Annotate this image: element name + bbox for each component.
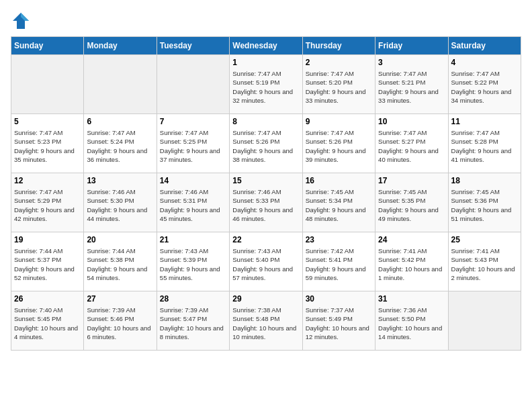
day-number: 30 — [306, 294, 372, 304]
calendar-cell: 16Sunrise: 7:45 AM Sunset: 5:34 PM Dayli… — [302, 173, 375, 232]
day-info: Sunrise: 7:41 AM Sunset: 5:43 PM Dayligh… — [451, 246, 518, 282]
day-info: Sunrise: 7:39 AM Sunset: 5:47 PM Dayligh… — [160, 306, 226, 341]
week-row-2: 5Sunrise: 7:47 AM Sunset: 5:23 PM Daylig… — [11, 114, 521, 173]
day-number: 3 — [378, 58, 445, 67]
day-number: 6 — [87, 117, 153, 126]
day-info: Sunrise: 7:42 AM Sunset: 5:41 PM Dayligh… — [306, 246, 372, 282]
calendar-cell — [448, 291, 521, 351]
day-info: Sunrise: 7:45 AM Sunset: 5:35 PM Dayligh… — [378, 187, 445, 223]
calendar-cell: 24Sunrise: 7:41 AM Sunset: 5:42 PM Dayli… — [375, 232, 448, 291]
calendar-cell: 25Sunrise: 7:41 AM Sunset: 5:43 PM Dayli… — [448, 232, 521, 291]
day-info: Sunrise: 7:45 AM Sunset: 5:36 PM Dayligh… — [451, 187, 518, 223]
day-info: Sunrise: 7:47 AM Sunset: 5:20 PM Dayligh… — [306, 69, 372, 105]
day-number: 15 — [232, 176, 299, 185]
calendar-cell: 2Sunrise: 7:47 AM Sunset: 5:20 PM Daylig… — [302, 55, 375, 114]
logo-icon — [11, 11, 31, 31]
day-info: Sunrise: 7:47 AM Sunset: 5:23 PM Dayligh… — [14, 128, 81, 164]
day-info: Sunrise: 7:47 AM Sunset: 5:27 PM Dayligh… — [378, 128, 445, 164]
day-number: 7 — [160, 117, 226, 126]
calendar-cell: 31Sunrise: 7:36 AM Sunset: 5:50 PM Dayli… — [375, 291, 448, 351]
day-number: 31 — [378, 294, 445, 304]
day-number: 14 — [160, 176, 226, 185]
day-number: 28 — [160, 294, 226, 304]
day-info: Sunrise: 7:47 AM Sunset: 5:26 PM Dayligh… — [232, 128, 299, 164]
calendar-cell: 5Sunrise: 7:47 AM Sunset: 5:23 PM Daylig… — [11, 114, 84, 173]
logo — [11, 11, 32, 31]
col-header-thursday: Thursday — [302, 37, 375, 55]
day-info: Sunrise: 7:47 AM Sunset: 5:28 PM Dayligh… — [451, 128, 518, 164]
day-info: Sunrise: 7:47 AM Sunset: 5:21 PM Dayligh… — [378, 69, 445, 105]
day-info: Sunrise: 7:47 AM Sunset: 5:25 PM Dayligh… — [160, 128, 226, 164]
calendar-cell: 6Sunrise: 7:47 AM Sunset: 5:24 PM Daylig… — [84, 114, 157, 173]
calendar-cell: 12Sunrise: 7:47 AM Sunset: 5:29 PM Dayli… — [11, 173, 84, 232]
page-header — [11, 11, 521, 31]
day-info: Sunrise: 7:41 AM Sunset: 5:42 PM Dayligh… — [378, 246, 445, 282]
day-info: Sunrise: 7:43 AM Sunset: 5:40 PM Dayligh… — [232, 246, 299, 282]
day-number: 27 — [87, 294, 153, 304]
calendar-cell — [84, 55, 157, 114]
day-number: 23 — [306, 235, 372, 244]
calendar-cell: 22Sunrise: 7:43 AM Sunset: 5:40 PM Dayli… — [230, 232, 302, 291]
calendar-cell: 26Sunrise: 7:40 AM Sunset: 5:45 PM Dayli… — [11, 291, 84, 351]
calendar-cell: 15Sunrise: 7:46 AM Sunset: 5:33 PM Dayli… — [230, 173, 302, 232]
calendar-cell: 19Sunrise: 7:44 AM Sunset: 5:37 PM Dayli… — [11, 232, 84, 291]
calendar-cell: 14Sunrise: 7:46 AM Sunset: 5:31 PM Dayli… — [157, 173, 229, 232]
day-info: Sunrise: 7:47 AM Sunset: 5:22 PM Dayligh… — [451, 69, 518, 105]
day-number: 10 — [378, 117, 445, 126]
week-row-4: 19Sunrise: 7:44 AM Sunset: 5:37 PM Dayli… — [11, 232, 521, 291]
day-info: Sunrise: 7:36 AM Sunset: 5:50 PM Dayligh… — [378, 306, 445, 341]
day-number: 9 — [306, 117, 372, 126]
day-number: 29 — [232, 294, 299, 304]
col-header-wednesday: Wednesday — [230, 37, 302, 55]
day-number: 20 — [87, 235, 153, 244]
col-header-sunday: Sunday — [11, 37, 84, 55]
day-info: Sunrise: 7:43 AM Sunset: 5:39 PM Dayligh… — [160, 246, 226, 282]
col-header-saturday: Saturday — [448, 37, 521, 55]
day-info: Sunrise: 7:46 AM Sunset: 5:31 PM Dayligh… — [160, 187, 226, 223]
day-number: 11 — [451, 117, 518, 126]
day-info: Sunrise: 7:47 AM Sunset: 5:29 PM Dayligh… — [14, 187, 81, 223]
day-number: 13 — [87, 176, 153, 185]
calendar-cell — [11, 55, 84, 114]
col-header-monday: Monday — [84, 37, 157, 55]
day-number: 8 — [232, 117, 299, 126]
calendar-cell: 23Sunrise: 7:42 AM Sunset: 5:41 PM Dayli… — [302, 232, 375, 291]
calendar-cell: 3Sunrise: 7:47 AM Sunset: 5:21 PM Daylig… — [375, 55, 448, 114]
col-header-tuesday: Tuesday — [157, 37, 229, 55]
day-number: 22 — [232, 235, 299, 244]
day-info: Sunrise: 7:37 AM Sunset: 5:49 PM Dayligh… — [306, 306, 372, 341]
calendar-cell: 7Sunrise: 7:47 AM Sunset: 5:25 PM Daylig… — [157, 114, 229, 173]
day-number: 19 — [14, 235, 81, 244]
calendar-cell: 20Sunrise: 7:44 AM Sunset: 5:38 PM Dayli… — [84, 232, 157, 291]
day-info: Sunrise: 7:45 AM Sunset: 5:34 PM Dayligh… — [306, 187, 372, 223]
day-number: 2 — [306, 58, 372, 67]
week-row-1: 1Sunrise: 7:47 AM Sunset: 5:19 PM Daylig… — [11, 55, 521, 114]
day-info: Sunrise: 7:46 AM Sunset: 5:33 PM Dayligh… — [232, 187, 299, 223]
week-row-5: 26Sunrise: 7:40 AM Sunset: 5:45 PM Dayli… — [11, 291, 521, 351]
day-number: 26 — [14, 294, 81, 304]
calendar-cell: 11Sunrise: 7:47 AM Sunset: 5:28 PM Dayli… — [448, 114, 521, 173]
calendar-cell: 28Sunrise: 7:39 AM Sunset: 5:47 PM Dayli… — [157, 291, 229, 351]
calendar-cell: 9Sunrise: 7:47 AM Sunset: 5:26 PM Daylig… — [302, 114, 375, 173]
day-info: Sunrise: 7:44 AM Sunset: 5:37 PM Dayligh… — [14, 246, 81, 282]
day-info: Sunrise: 7:47 AM Sunset: 5:19 PM Dayligh… — [232, 69, 299, 105]
calendar-cell: 30Sunrise: 7:37 AM Sunset: 5:49 PM Dayli… — [302, 291, 375, 351]
day-info: Sunrise: 7:46 AM Sunset: 5:30 PM Dayligh… — [87, 187, 153, 223]
day-number: 21 — [160, 235, 226, 244]
calendar-cell: 21Sunrise: 7:43 AM Sunset: 5:39 PM Dayli… — [157, 232, 229, 291]
day-number: 24 — [378, 235, 445, 244]
day-number: 17 — [378, 176, 445, 185]
calendar-cell: 18Sunrise: 7:45 AM Sunset: 5:36 PM Dayli… — [448, 173, 521, 232]
day-info: Sunrise: 7:47 AM Sunset: 5:24 PM Dayligh… — [87, 128, 153, 164]
day-number: 16 — [306, 176, 372, 185]
calendar-cell: 27Sunrise: 7:39 AM Sunset: 5:46 PM Dayli… — [84, 291, 157, 351]
day-info: Sunrise: 7:38 AM Sunset: 5:48 PM Dayligh… — [232, 306, 299, 341]
col-header-friday: Friday — [375, 37, 448, 55]
day-number: 18 — [451, 176, 518, 185]
day-info: Sunrise: 7:39 AM Sunset: 5:46 PM Dayligh… — [87, 306, 153, 341]
week-row-3: 12Sunrise: 7:47 AM Sunset: 5:29 PM Dayli… — [11, 173, 521, 232]
calendar-cell: 10Sunrise: 7:47 AM Sunset: 5:27 PM Dayli… — [375, 114, 448, 173]
day-info: Sunrise: 7:40 AM Sunset: 5:45 PM Dayligh… — [14, 306, 81, 341]
day-number: 5 — [14, 117, 81, 126]
day-number: 25 — [451, 235, 518, 244]
